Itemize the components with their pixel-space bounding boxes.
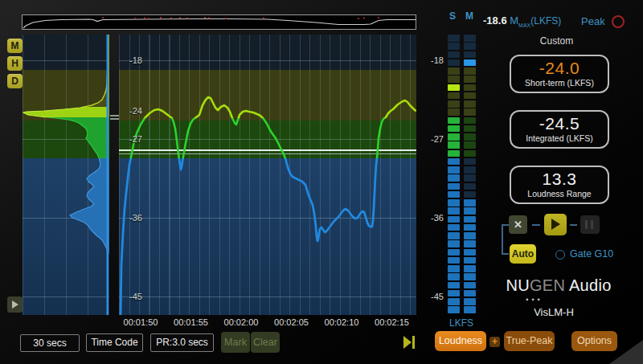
db-axis-label: -45 xyxy=(129,292,142,301)
meter-segment xyxy=(464,207,476,215)
meter-segment xyxy=(464,108,476,116)
peak-indicator[interactable] xyxy=(612,15,625,28)
preset-name[interactable]: Custom xyxy=(482,35,631,47)
loudness-range-readout[interactable]: 13.3 Loudness Range xyxy=(510,166,609,204)
distribution-button[interactable]: D xyxy=(7,74,23,88)
meter-scale-label: -27 xyxy=(423,134,444,144)
meter-segment xyxy=(464,67,476,75)
meter-segment xyxy=(464,59,476,67)
meter-segment xyxy=(464,249,476,256)
meter-segment xyxy=(448,183,460,190)
target-line-gap xyxy=(110,115,119,117)
loudness-history-graph[interactable]: -18-24-27-36-45 xyxy=(119,35,416,315)
window-resize-corner[interactable] xyxy=(609,340,643,364)
stop-reset-button[interactable]: ✕ xyxy=(509,215,527,234)
meter-segment xyxy=(448,117,460,125)
meter-segment xyxy=(448,133,460,141)
meter-segment xyxy=(464,35,476,42)
overview-curve xyxy=(23,15,416,29)
mark-button[interactable]: Mark xyxy=(221,332,250,353)
add-mode-button[interactable]: + xyxy=(489,337,500,347)
time-window-select[interactable]: 30 secs xyxy=(20,334,80,352)
integrated-readout[interactable]: -24.5 Integrated (LKFS) xyxy=(510,110,609,149)
meter-segment xyxy=(448,158,460,166)
meter-segment xyxy=(464,298,476,305)
auto-button[interactable]: Auto xyxy=(510,244,536,264)
meter-segment xyxy=(448,282,460,289)
meter-segment xyxy=(464,141,476,149)
meter-segment xyxy=(464,76,476,83)
short-term-label: Short-term (LKFS) xyxy=(511,78,608,88)
logo-dots: ••• xyxy=(482,296,587,304)
meter-segment xyxy=(464,216,476,223)
true-peak-mode-button[interactable]: True-Peak xyxy=(504,331,555,351)
skip-bar-icon xyxy=(412,336,415,349)
skip-to-end-button[interactable] xyxy=(403,336,415,349)
clear-button[interactable]: Clear xyxy=(251,332,280,353)
connector-line xyxy=(532,224,540,226)
meter-segment xyxy=(464,100,476,108)
meter-scale-label: -45 xyxy=(423,292,444,301)
meter-segment xyxy=(448,35,460,42)
max-symbol: M xyxy=(510,14,518,27)
meter-segment xyxy=(464,150,476,157)
meter-segment xyxy=(464,43,476,50)
meter-segment xyxy=(464,224,476,231)
meter-segment xyxy=(448,76,460,83)
meter-scale: -18-27-36-45 xyxy=(423,35,444,315)
meter-segment xyxy=(448,191,460,198)
meter-segment xyxy=(448,306,460,313)
meter-segment xyxy=(464,290,476,297)
meter-segment xyxy=(448,43,460,50)
loudness-mode-button[interactable]: Loudness xyxy=(435,331,486,351)
meter-segment xyxy=(464,174,476,182)
play-button[interactable] xyxy=(544,214,567,235)
meter-segment xyxy=(464,92,476,100)
meter-segment xyxy=(448,84,460,92)
meter-segment xyxy=(448,240,460,247)
meter-scale-label: -18 xyxy=(423,55,444,65)
logo-gen: GEN xyxy=(530,276,565,294)
max-unit: (LKFS) xyxy=(530,15,561,27)
db-axis-label: -24 xyxy=(129,106,142,116)
time-axis-label: 00:01:55 xyxy=(166,317,216,327)
momentary-button[interactable]: M xyxy=(7,39,23,53)
meter-segment xyxy=(464,125,476,133)
meter-segment xyxy=(448,92,460,100)
nugen-audio-logo: NUGEN Audio xyxy=(482,276,635,295)
history-overview-strip[interactable] xyxy=(22,14,416,30)
product-name: VisLM-H xyxy=(482,306,625,318)
vislm-plugin-window: M H D xyxy=(0,0,643,364)
pause-icon xyxy=(591,220,593,229)
distribution-shape xyxy=(23,35,109,315)
meter-segment xyxy=(448,199,460,207)
histogram-play-button[interactable] xyxy=(7,297,23,313)
meter-segment xyxy=(448,290,460,297)
history-button[interactable]: H xyxy=(7,56,23,71)
loudness-distribution-panel xyxy=(23,35,109,315)
meter-segment xyxy=(448,67,460,75)
histogram-edge-line xyxy=(107,35,109,315)
meter-segment xyxy=(448,141,460,149)
pause-button[interactable] xyxy=(580,215,600,234)
time-axis: 00:01:5000:01:5500:02:0000:02:0500:02:10… xyxy=(119,317,416,329)
connector-line xyxy=(502,253,509,255)
play-icon xyxy=(551,219,560,230)
max-subscript: MAX xyxy=(518,22,530,28)
meter-segment xyxy=(464,158,476,166)
meter-segment xyxy=(464,282,476,289)
momentary-max-readout[interactable]: -18.6 MMAX(LKFS) xyxy=(483,14,561,28)
practical-range-select[interactable]: PR:3.0 secs xyxy=(150,333,214,352)
skip-triangle-icon xyxy=(403,336,412,349)
logo-nu: NU xyxy=(506,276,530,294)
peak-label: Peak xyxy=(581,15,605,27)
meter-segment xyxy=(448,232,460,239)
gate-radio[interactable] xyxy=(555,250,565,260)
timecode-select[interactable]: Time Code xyxy=(86,333,143,352)
meter-segment xyxy=(448,59,460,67)
loudness-range-label: Loudness Range xyxy=(511,189,608,198)
short-term-readout[interactable]: -24.0 Short-term (LKFS) xyxy=(510,55,609,93)
momentary-meter xyxy=(464,35,476,315)
meter-segment xyxy=(464,240,476,247)
time-axis-label: 00:02:15 xyxy=(367,317,417,327)
